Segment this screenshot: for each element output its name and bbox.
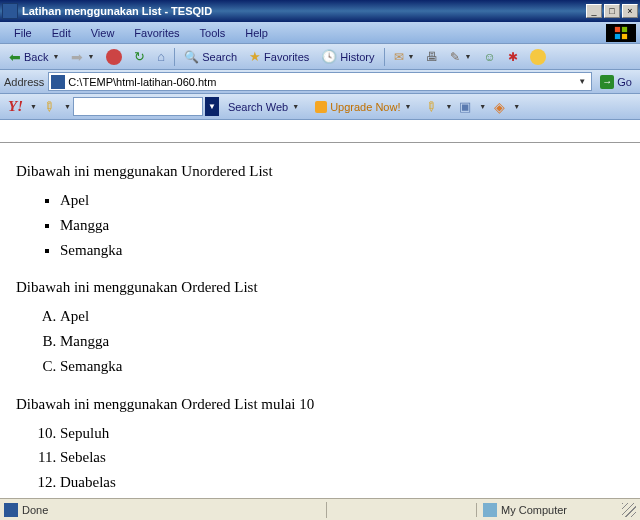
status-zone: My Computer — [476, 503, 636, 517]
upgrade-label: Upgrade Now! — [330, 101, 400, 113]
chevron-down-icon: ▼ — [292, 103, 299, 110]
page-content: Dibawah ini menggunakan Unordered List A… — [0, 142, 640, 498]
upgrade-button[interactable]: Upgrade Now! ▼ — [308, 97, 418, 117]
ordered-list-alpha: Apel Mangga Semangka — [60, 306, 624, 377]
favorites-label: Favorites — [264, 51, 309, 63]
svg-rect-3 — [622, 33, 627, 38]
address-dropdown[interactable]: ▼ — [575, 77, 589, 86]
chevron-down-icon: ▼ — [404, 103, 411, 110]
svg-rect-1 — [622, 26, 627, 31]
smiley-button[interactable] — [525, 47, 551, 67]
menu-favorites[interactable]: Favorites — [124, 25, 189, 41]
menu-file[interactable]: File — [4, 25, 42, 41]
list-item: Mangga — [60, 215, 624, 237]
chevron-down-icon: ▼ — [87, 53, 94, 60]
yahoo-popup-button[interactable]: ▣ — [454, 97, 476, 117]
status-mid-pane — [326, 502, 476, 518]
yahoo-button[interactable]: ✱ — [503, 47, 523, 67]
back-button[interactable]: ⬅ Back ▼ — [4, 47, 64, 67]
maximize-button[interactable]: □ — [604, 4, 620, 18]
chevron-down-icon: ▼ — [464, 53, 471, 60]
search-label: Search — [202, 51, 237, 63]
favorites-button[interactable]: ★ Favorites — [244, 47, 314, 67]
unordered-heading: Dibawah ini menggunakan Unordered List — [16, 163, 624, 180]
list-item: Apel — [60, 190, 624, 212]
page-icon — [51, 75, 65, 89]
yahoo-pencil-button[interactable]: ✎ — [39, 97, 61, 117]
menu-tools[interactable]: Tools — [190, 25, 236, 41]
window-buttons: _ □ × — [586, 4, 638, 18]
chevron-down-icon[interactable]: ▼ — [479, 103, 486, 110]
chevron-down-icon[interactable]: ▼ — [445, 103, 452, 110]
list-item: Semangka — [60, 356, 624, 378]
refresh-icon: ↻ — [134, 49, 145, 64]
go-button[interactable]: → Go — [596, 75, 636, 89]
zone-label: My Computer — [501, 504, 567, 516]
list-item: Sebelas — [60, 447, 624, 469]
print-button[interactable]: 🖶 — [421, 47, 443, 67]
messenger-icon: ☺ — [483, 50, 495, 64]
status-text: Done — [22, 504, 48, 516]
mail-icon: ✉ — [394, 50, 404, 64]
history-icon: 🕓 — [321, 49, 337, 64]
window-title: Latihan menggunakan List - TESQID — [22, 5, 586, 17]
close-button[interactable]: × — [622, 4, 638, 18]
address-input-container: ▼ — [48, 72, 592, 91]
chevron-down-icon[interactable]: ▼ — [30, 103, 37, 110]
yahoo-search-dropdown[interactable]: ▼ — [205, 97, 219, 116]
search-web-button[interactable]: Search Web ▼ — [221, 97, 306, 117]
search-button[interactable]: 🔍 Search — [179, 47, 242, 67]
search-icon: 🔍 — [184, 50, 199, 64]
resize-grip[interactable] — [622, 503, 636, 517]
home-button[interactable]: ⌂ — [152, 47, 170, 67]
ie-app-icon — [2, 3, 18, 19]
pencil-icon: ✎ — [41, 97, 59, 115]
yahoo-highlighter-button[interactable]: ✎ — [420, 97, 442, 117]
minimize-button[interactable]: _ — [586, 4, 602, 18]
navigation-toolbar: ⬅ Back ▼ ➡ ▼ ↻ ⌂ 🔍 Search ★ Favorites 🕓 … — [0, 44, 640, 70]
edit-button[interactable]: ✎▼ — [445, 47, 476, 67]
go-icon: → — [600, 75, 614, 89]
history-button[interactable]: 🕓 History — [316, 47, 379, 67]
chevron-down-icon: ▼ — [52, 53, 59, 60]
status-left: Done — [4, 503, 326, 517]
menu-edit[interactable]: Edit — [42, 25, 81, 41]
menu-help[interactable]: Help — [235, 25, 278, 41]
highlighter-icon: ✎ — [422, 97, 440, 115]
yahoo-search-input[interactable] — [74, 98, 202, 115]
address-bar: Address ▼ → Go — [0, 70, 640, 94]
yahoo-target-button[interactable]: ◈ — [488, 97, 510, 117]
chevron-down-icon[interactable]: ▼ — [513, 103, 520, 110]
svg-rect-2 — [615, 33, 620, 38]
forward-button[interactable]: ➡ ▼ — [66, 47, 99, 67]
target-icon: ◈ — [494, 99, 505, 115]
home-icon: ⌂ — [157, 49, 165, 64]
list-item: Sepuluh — [60, 423, 624, 445]
windows-logo-icon — [606, 24, 636, 42]
popup-icon: ▣ — [459, 99, 471, 114]
toolbar-separator — [174, 48, 175, 66]
back-label: Back — [24, 51, 48, 63]
list-item: Duabelas — [60, 472, 624, 494]
yahoo-logo[interactable]: Y! — [4, 98, 27, 115]
forward-arrow-icon: ➡ — [71, 49, 83, 65]
menu-view[interactable]: View — [81, 25, 125, 41]
upgrade-icon — [315, 101, 327, 113]
yahoo-toolbar: Y! ▼ ✎ ▼ ▼ Search Web ▼ Upgrade Now! ▼ ✎… — [0, 94, 640, 120]
address-input[interactable] — [68, 76, 575, 88]
refresh-button[interactable]: ↻ — [129, 47, 150, 67]
svg-rect-0 — [615, 26, 620, 31]
mail-button[interactable]: ✉▼ — [389, 47, 420, 67]
chevron-down-icon[interactable]: ▼ — [64, 103, 71, 110]
back-arrow-icon: ⬅ — [9, 49, 21, 65]
search-web-label: Search Web — [228, 101, 288, 113]
ordered-start-heading: Dibawah ini menggunakan Ordered List mul… — [16, 396, 624, 413]
messenger-button[interactable]: ☺ — [478, 47, 500, 67]
print-icon: 🖶 — [426, 50, 438, 64]
computer-icon — [483, 503, 497, 517]
stop-button[interactable] — [101, 47, 127, 67]
unordered-list: Apel Mangga Semangka — [60, 190, 624, 261]
ie-doc-icon — [4, 503, 18, 517]
ordered-list-decimal: Sepuluh Sebelas Duabelas — [60, 423, 624, 494]
list-item: Mangga — [60, 331, 624, 353]
